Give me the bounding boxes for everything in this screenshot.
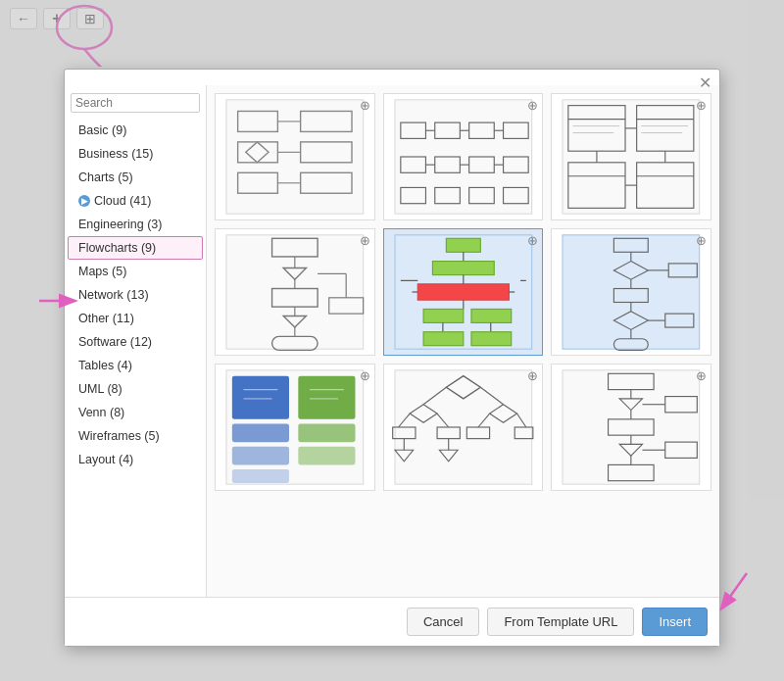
svg-rect-63: [446, 238, 480, 252]
sidebar-item-engineering[interactable]: Engineering (3): [68, 213, 203, 236]
template-preview-8: [384, 365, 543, 490]
sidebar-item-uml[interactable]: UML (8): [68, 377, 203, 401]
sidebar-item-tables[interactable]: Tables (4): [68, 354, 203, 377]
svg-rect-32: [563, 100, 700, 214]
svg-rect-69: [423, 309, 464, 322]
modal-footer: Cancel From Template URL Insert: [65, 597, 719, 646]
svg-rect-98: [298, 376, 355, 419]
svg-rect-100: [298, 447, 355, 465]
template-preview-9: [552, 365, 710, 490]
svg-rect-73: [423, 332, 464, 346]
svg-rect-123: [563, 370, 700, 484]
template-card-5[interactable]: ⊕: [383, 228, 544, 356]
template-card-8[interactable]: ⊕: [383, 364, 544, 491]
svg-rect-94: [232, 376, 289, 419]
sidebar-item-wireframes[interactable]: Wireframes (5): [68, 424, 203, 448]
zoom-icon-9: ⊕: [696, 368, 707, 383]
svg-rect-67: [417, 284, 509, 300]
templates-grid: ⊕: [215, 93, 711, 491]
template-preview-3: [552, 94, 710, 219]
sidebar-item-basic[interactable]: Basic (9): [68, 119, 203, 142]
svg-rect-65: [432, 262, 494, 275]
close-button[interactable]: ✕: [699, 75, 711, 91]
zoom-icon-5: ⊕: [527, 233, 538, 248]
zoom-icon-7: ⊕: [360, 368, 370, 383]
zoom-icon-2: ⊕: [527, 98, 538, 113]
svg-rect-97: [232, 469, 289, 483]
template-preview-4: [216, 229, 374, 355]
cloud-icon: ▶: [78, 195, 90, 207]
svg-rect-74: [471, 332, 512, 346]
sidebar-item-venn[interactable]: Venn (8): [68, 401, 203, 424]
sidebar-item-other[interactable]: Other (11): [68, 307, 203, 330]
svg-rect-99: [298, 424, 355, 443]
svg-rect-96: [232, 447, 289, 465]
template-card-9[interactable]: ⊕: [551, 364, 711, 491]
zoom-icon-4: ⊕: [360, 233, 370, 248]
search-input[interactable]: [75, 96, 207, 110]
sidebar-item-network[interactable]: Network (13): [68, 283, 203, 307]
sidebar-item-business[interactable]: Business (15): [68, 142, 203, 166]
search-box[interactable]: 🔍: [71, 93, 200, 113]
template-card-1[interactable]: ⊕: [215, 93, 375, 220]
template-card-2[interactable]: ⊕: [383, 93, 544, 220]
sidebar-item-charts[interactable]: Charts (5): [68, 166, 203, 189]
template-preview-2: [384, 94, 543, 219]
sidebar-item-software[interactable]: Software (12): [68, 330, 203, 354]
templates-area: ⊕: [207, 85, 719, 597]
sidebar-item-flowcharts[interactable]: Flowcharts (9): [68, 236, 203, 260]
modal-body: 🔍 Basic (9) Business (15) Charts (5) ▶ C…: [65, 85, 719, 597]
zoom-icon-6: ⊕: [696, 233, 707, 248]
svg-rect-70: [471, 309, 512, 322]
template-preview-1: [216, 94, 374, 219]
sidebar-item-layout[interactable]: Layout (4): [68, 448, 203, 471]
template-card-3[interactable]: ⊕: [551, 93, 711, 220]
template-card-4[interactable]: ⊕: [215, 228, 375, 356]
zoom-icon-1: ⊕: [360, 98, 370, 113]
category-sidebar: 🔍 Basic (9) Business (15) Charts (5) ▶ C…: [65, 85, 207, 597]
cancel-button[interactable]: Cancel: [407, 608, 479, 636]
zoom-icon-8: ⊕: [527, 368, 538, 383]
sidebar-item-cloud[interactable]: ▶ Cloud (41): [68, 189, 203, 213]
template-card-7[interactable]: ⊕: [215, 364, 375, 491]
template-preview-7: [216, 365, 374, 490]
insert-button[interactable]: Insert: [642, 608, 708, 636]
template-card-6[interactable]: ⊕: [551, 228, 711, 356]
zoom-icon-3: ⊕: [696, 98, 707, 113]
template-url-button[interactable]: From Template URL: [487, 608, 634, 636]
template-preview-6: [552, 229, 710, 355]
template-dialog: ✕ 🔍 Basic (9) Business (15) Charts (5) ▶…: [64, 69, 720, 647]
sidebar-item-maps[interactable]: Maps (5): [68, 260, 203, 283]
svg-rect-2: [226, 100, 364, 214]
svg-rect-95: [232, 424, 289, 443]
template-preview-5: [384, 229, 543, 355]
